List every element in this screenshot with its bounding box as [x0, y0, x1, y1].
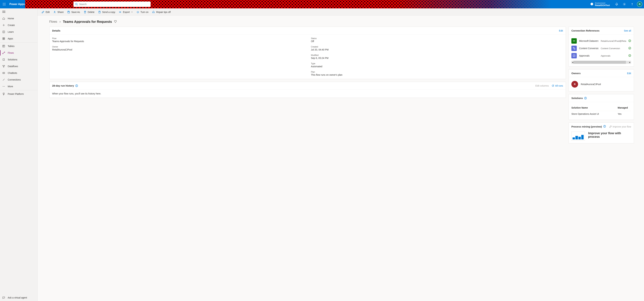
search-box[interactable]: [74, 2, 150, 7]
dataverse-icon: [572, 38, 577, 44]
solutions-card: Solutions Solution Name Managed St: [568, 94, 634, 120]
svg-point-4: [4, 4, 4, 4]
cmd-edit-label: Edit: [46, 11, 50, 14]
svg-rect-24: [4, 39, 5, 40]
all-runs-label: All runs: [555, 84, 563, 87]
owner-row[interactable]: R RetailAuroraCIPool: [572, 80, 631, 89]
svg-point-31: [4, 65, 5, 66]
power-icon: [136, 11, 139, 14]
nav-create-label: Create: [8, 24, 15, 27]
connection-row[interactable]: Content Conversion Content Conversion: [572, 45, 631, 52]
owners-card: Owners Edit R RetailAuroraCIPool: [568, 69, 634, 91]
cmd-save-as-label: Save As: [71, 11, 80, 14]
horizontal-scrollbar[interactable]: ◀ ▶: [572, 61, 631, 64]
book-icon: [2, 31, 5, 33]
connection-row[interactable]: Microsoft Dataverse RetailAuroraCIPool@R…: [572, 37, 631, 45]
connection-icon: [2, 78, 5, 81]
export-icon: [119, 11, 122, 14]
edit-columns-link[interactable]: Edit columns: [535, 84, 549, 87]
cmd-share[interactable]: Share: [53, 11, 64, 14]
breadcrumb-root[interactable]: Flows: [49, 20, 57, 24]
nav-apps-label: Apps: [8, 37, 13, 40]
brand-label[interactable]: Power Apps: [8, 3, 28, 6]
scroll-right-arrow[interactable]: ▶: [629, 61, 631, 64]
environment-picker[interactable]: Environment RetailSOATest: [587, 2, 613, 7]
info-icon[interactable]: [603, 125, 606, 128]
svg-rect-22: [4, 38, 5, 39]
field-owner: Owner RetailAuroraCIPool: [52, 46, 304, 51]
conversion-icon: [572, 46, 577, 51]
table-icon: [2, 45, 5, 48]
svg-point-1: [4, 3, 4, 3]
help-button[interactable]: [628, 0, 636, 9]
settings-button[interactable]: [620, 0, 628, 9]
cmd-export[interactable]: Export: [119, 11, 133, 14]
nav-more[interactable]: More: [0, 83, 38, 90]
nav-apps[interactable]: Apps: [0, 35, 38, 42]
chevron-down-icon: [131, 11, 133, 14]
app-launcher-button[interactable]: [0, 0, 8, 9]
nav-power-platform[interactable]: Power Platform: [0, 91, 38, 97]
user-avatar[interactable]: R: [637, 2, 642, 7]
search-input[interactable]: [79, 3, 149, 6]
nav-collapse-button[interactable]: [0, 9, 38, 15]
info-icon[interactable]: [584, 97, 587, 100]
nav-solutions[interactable]: Solutions: [0, 56, 38, 63]
nav-flows[interactable]: Flows: [0, 50, 38, 56]
connection-row[interactable]: Approvals Approvals: [572, 52, 631, 59]
owners-edit-link[interactable]: Edit: [627, 72, 631, 75]
info-icon[interactable]: [75, 84, 78, 87]
nav-connections[interactable]: Connections: [0, 76, 38, 83]
nav-power-platform-label: Power Platform: [8, 93, 24, 95]
connection-name: Approvals: [579, 54, 598, 57]
col-managed[interactable]: Managed: [618, 106, 631, 109]
solution-row[interactable]: Store Operations Assist UI Yes: [572, 111, 631, 117]
content-area: Flows Teams Approvals for Requests Detai…: [38, 16, 644, 301]
nav-ask-agent[interactable]: Ask a virtual agent: [0, 294, 38, 301]
environment-text: Environment RetailSOATest: [595, 2, 610, 7]
nav-learn[interactable]: Learn: [0, 29, 38, 35]
field-modified: Modified Sep 6, 05:24 PM: [311, 54, 563, 59]
col-solution-name[interactable]: Solution Name: [572, 106, 618, 109]
connections-see-all-link[interactable]: See all: [624, 29, 631, 32]
main-area: Edit Share Save As Delete Send a copy Ex…: [38, 9, 644, 301]
nav-dataflows[interactable]: Dataflows: [0, 63, 38, 70]
cmd-send-copy[interactable]: Send a copy: [98, 11, 115, 14]
nav-tables[interactable]: Tables: [0, 43, 38, 50]
main-column: Details Edit Flow Teams Approvals for: [49, 27, 566, 98]
field-plan: Plan This flow runs on owner's plan: [311, 71, 563, 76]
nav-home[interactable]: Home: [0, 15, 38, 22]
improve-flow-link[interactable]: Improve your flow: [609, 125, 631, 128]
owner-name: RetailAuroraCIPool: [581, 83, 601, 86]
field-status-value: Off: [311, 40, 563, 43]
gear-icon: [623, 3, 626, 6]
environment-name: RetailSOATest: [595, 4, 610, 7]
details-grid: Flow Teams Approvals for Requests Owner …: [52, 37, 563, 76]
history-empty-text: When your flow runs, you'll see its hist…: [52, 92, 101, 95]
nav-chatbots[interactable]: Chatbots: [0, 70, 38, 76]
cmd-delete[interactable]: Delete: [84, 11, 94, 14]
solution-icon: [2, 58, 5, 61]
details-edit-link[interactable]: Edit: [559, 29, 563, 32]
svg-point-0: [3, 3, 3, 3]
cmd-save-as[interactable]: Save As: [67, 11, 80, 14]
process-mining-card: Process mining (preview) Improve your fl…: [568, 123, 634, 143]
notifications-button[interactable]: [613, 0, 620, 9]
nav-create[interactable]: Create: [0, 22, 38, 29]
cmd-send-copy-label: Send a copy: [102, 11, 115, 14]
check-icon: [628, 54, 631, 57]
send-copy-icon: [98, 11, 101, 14]
cmd-repair[interactable]: Repair tips off: [152, 11, 170, 14]
cmd-export-label: Export: [123, 11, 130, 14]
svg-rect-25: [3, 45, 5, 47]
globe-icon: [590, 3, 593, 6]
connections-header: Connection References See all: [569, 27, 634, 35]
solution-managed: Yes: [618, 113, 631, 115]
details-header: Details Edit: [50, 27, 566, 35]
all-runs-link[interactable]: All runs: [552, 84, 563, 87]
field-owner-value: RetailAuroraCIPool: [52, 48, 304, 51]
scrollbar-thumb[interactable]: [574, 61, 626, 64]
cmd-edit[interactable]: Edit: [42, 11, 50, 14]
cmd-turn-on[interactable]: Turn on: [136, 11, 148, 14]
connections-title: Connection References: [572, 29, 600, 32]
